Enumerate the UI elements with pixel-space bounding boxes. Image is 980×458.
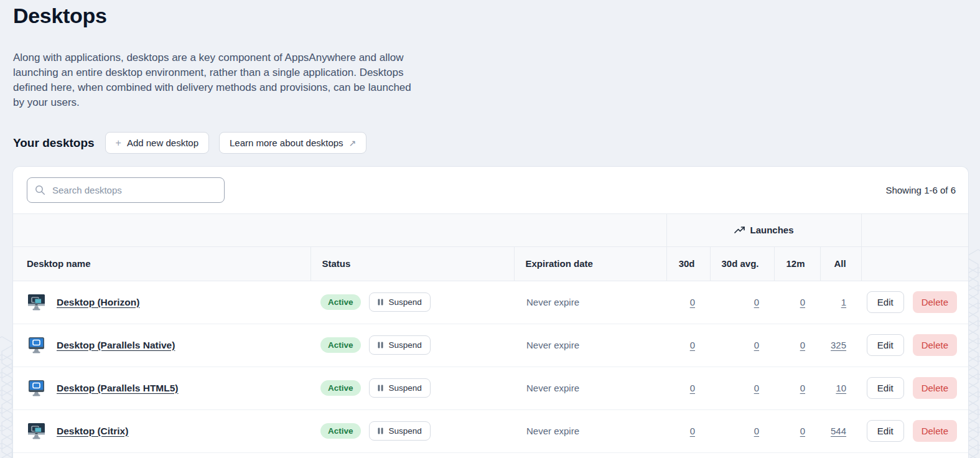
table-row: Desktop (Parallels HTML5) Active Suspend…	[13, 367, 968, 409]
launches-12m-link[interactable]: 0	[800, 340, 805, 350]
delete-button[interactable]: Delete	[913, 291, 957, 313]
external-link-icon: ↗	[349, 139, 357, 147]
add-new-desktop-label: Add new desktop	[127, 138, 198, 148]
delete-button[interactable]: Delete	[913, 377, 957, 399]
delete-button[interactable]: Delete	[913, 420, 957, 442]
launches-30d-link[interactable]: 0	[690, 426, 695, 436]
launches-30d-link[interactable]: 0	[690, 297, 695, 307]
status-badge: Active	[320, 294, 361, 310]
status-cell: Active Suspend	[310, 409, 514, 452]
launches-30d-cell: 0	[666, 324, 710, 367]
column-header-desktop-name: Desktop name	[13, 246, 310, 281]
edit-button[interactable]: Edit	[867, 334, 904, 356]
desktop-name-link[interactable]: Desktop (Parallels Native)	[57, 340, 175, 351]
delete-button[interactable]: Delete	[913, 334, 957, 356]
suspend-button[interactable]: Suspend	[369, 378, 431, 398]
launches-all-link[interactable]: 1	[841, 297, 846, 307]
launches-30d-avg-cell: 0	[710, 324, 774, 367]
launches-30d-cell: 0	[666, 281, 710, 324]
launches-12m-cell: 0	[774, 367, 820, 409]
launches-30d-avg-link[interactable]: 0	[754, 340, 759, 350]
desktop-name-link[interactable]: Desktop (Horizon)	[57, 297, 139, 308]
pause-icon	[378, 428, 383, 434]
page-content: Desktops Along with applications, deskto…	[0, 0, 980, 154]
launches-30d-avg-link[interactable]: 0	[754, 426, 759, 436]
column-header-row: Desktop name Status Expiration date 30d …	[13, 246, 968, 281]
launches-all-cell: 544	[820, 409, 861, 452]
launches-30d-avg-link[interactable]: 0	[754, 297, 759, 307]
launches-30d-cell: 0	[666, 367, 710, 409]
suspend-button[interactable]: Suspend	[369, 292, 431, 312]
status-cell: Active Suspend	[310, 324, 514, 367]
page-title: Desktops	[13, 4, 980, 28]
actions-cell: Edit Delete	[861, 324, 968, 367]
status-cell: Active Suspend	[310, 281, 514, 324]
launches-group-header: Launches	[666, 214, 861, 246]
status-badge: Active	[320, 423, 361, 439]
desktops-table: Launches Desktop name Status Expiration …	[13, 214, 968, 453]
multi-screen-desktop-icon	[27, 294, 46, 311]
status-badge: Active	[320, 337, 361, 353]
launches-all-link[interactable]: 10	[836, 383, 846, 393]
desktop-name-link[interactable]: Desktop (Parallels HTML5)	[57, 383, 179, 394]
suspend-label: Suspend	[389, 340, 422, 350]
column-header-actions	[861, 246, 968, 281]
launches-30d-avg-cell: 0	[710, 409, 774, 452]
panel-toolbar: Showing 1-6 of 6	[13, 167, 968, 214]
launches-30d-avg-cell: 0	[710, 281, 774, 324]
pause-icon	[378, 385, 383, 391]
desktop-name-cell: Desktop (Parallels Native)	[13, 324, 310, 367]
table-row: Desktop (Citrix) Active Suspend Never ex…	[13, 409, 968, 452]
desktops-panel: Showing 1-6 of 6 Launches	[12, 166, 969, 458]
suspend-label: Suspend	[389, 426, 422, 436]
launches-12m-cell: 0	[774, 409, 820, 452]
trending-up-icon	[734, 226, 745, 235]
suspend-button[interactable]: Suspend	[369, 421, 431, 441]
search-input[interactable]	[27, 177, 225, 203]
learn-more-button[interactable]: Learn more about desktops ↗	[219, 132, 366, 154]
section-heading: Your desktops	[13, 136, 95, 150]
launches-all-link[interactable]: 544	[831, 426, 846, 436]
expiration-cell: Never expire	[514, 409, 666, 452]
column-header-30d: 30d	[666, 246, 710, 281]
launches-all-link[interactable]: 325	[831, 340, 846, 350]
launches-12m-link[interactable]: 0	[800, 297, 805, 307]
launches-30d-cell: 0	[666, 409, 710, 452]
edit-button[interactable]: Edit	[867, 291, 904, 313]
desktop-name-cell: Desktop (Horizon)	[13, 281, 310, 324]
monitor-desktop-icon	[27, 380, 46, 397]
launches-12m-link[interactable]: 0	[800, 426, 805, 436]
monitor-desktop-icon	[27, 337, 46, 354]
suspend-label: Suspend	[389, 297, 422, 307]
launches-30d-avg-link[interactable]: 0	[754, 383, 759, 393]
launches-group-row: Launches	[13, 214, 968, 246]
add-new-desktop-button[interactable]: + Add new desktop	[105, 132, 209, 154]
edit-button[interactable]: Edit	[867, 420, 904, 442]
edit-button[interactable]: Edit	[867, 377, 904, 399]
launches-12m-cell: 0	[774, 281, 820, 324]
launches-12m-link[interactable]: 0	[800, 383, 805, 393]
search-field-wrapper	[27, 177, 225, 203]
column-header-status: Status	[310, 246, 514, 281]
launches-all-cell: 10	[820, 367, 861, 409]
launches-all-cell: 1	[820, 281, 861, 324]
search-icon	[35, 185, 45, 195]
learn-more-label: Learn more about desktops	[230, 138, 343, 148]
desktop-name-link[interactable]: Desktop (Citrix)	[57, 426, 128, 437]
launches-30d-link[interactable]: 0	[690, 383, 695, 393]
page-description: Along with applications, desktops are a …	[13, 50, 421, 110]
plus-icon: +	[116, 138, 121, 148]
launches-30d-avg-cell: 0	[710, 367, 774, 409]
actions-cell: Edit Delete	[861, 367, 968, 409]
launches-group-label: Launches	[750, 225, 794, 235]
launches-30d-link[interactable]: 0	[690, 340, 695, 350]
table-row: Desktop (Horizon) Active Suspend Never e…	[13, 281, 968, 324]
expiration-cell: Never expire	[514, 324, 666, 367]
suspend-label: Suspend	[389, 383, 422, 393]
suspend-button[interactable]: Suspend	[369, 335, 431, 355]
multi-screen-desktop-icon	[27, 423, 46, 440]
column-header-expiration: Expiration date	[514, 246, 666, 281]
actions-cell: Edit Delete	[861, 409, 968, 452]
column-header-12m: 12m	[774, 246, 820, 281]
actions-cell: Edit Delete	[861, 281, 968, 324]
